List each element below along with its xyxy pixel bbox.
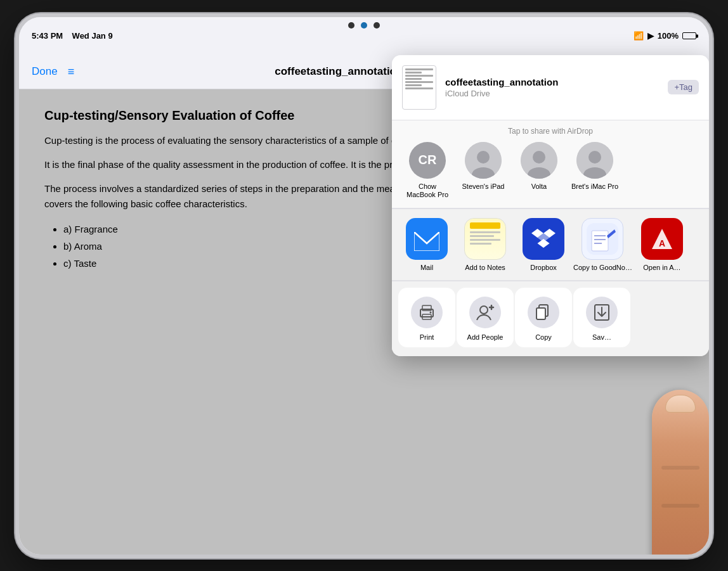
app-notes-label: Add to Notes <box>465 264 505 271</box>
battery-bar <box>682 32 696 39</box>
contact-stevens-ipad[interactable]: Steven's iPad <box>458 142 509 199</box>
action-print-label: Print <box>420 333 434 341</box>
file-details: coffeetasting_annotation iCloud Drive <box>445 77 659 98</box>
thumb-line-3 <box>405 75 433 77</box>
share-file-info: coffeetasting_annotation iCloud Drive +T… <box>392 55 709 120</box>
status-indicators: 📶 ▶ 100% <box>634 31 696 41</box>
ipad-device: 5:43 PM Wed Jan 9 📶 ▶ 100% Done ≡ coffee… <box>15 13 713 558</box>
svg-point-2 <box>477 151 490 164</box>
app-mail-label: Mail <box>420 264 433 271</box>
camera-dot-3 <box>374 22 380 29</box>
app-acrobat-label: Open in A… <box>643 264 680 271</box>
thumb-line-4 <box>405 78 422 80</box>
action-save[interactable]: Sav… <box>573 288 630 347</box>
contact-name-chow: ChowMacBook Pro <box>406 183 448 199</box>
svg-point-8 <box>588 151 601 164</box>
battery-percent: 100% <box>658 31 679 41</box>
file-name: coffeetasting_annotation <box>445 77 659 87</box>
airdrop-label: Tap to share with AirDrop <box>402 127 699 136</box>
contact-volta[interactable]: Volta <box>514 142 564 199</box>
status-date: Wed Jan 9 <box>72 31 113 41</box>
action-print[interactable]: Print <box>398 288 455 347</box>
save-icon <box>586 297 618 328</box>
contact-name-bret: Bret's iMac Pro <box>571 183 618 191</box>
contact-name-volta: Volta <box>531 183 547 191</box>
contact-chow[interactable]: CR ChowMacBook Pro <box>402 142 453 199</box>
app-dropbox[interactable]: Dropbox <box>515 218 572 271</box>
contact-avatar-bret <box>576 142 613 179</box>
app-dropbox-label: Dropbox <box>530 264 557 271</box>
action-save-label: Sav… <box>592 333 611 341</box>
thumb-line-5 <box>405 81 433 83</box>
action-row: Print Add People <box>398 288 703 347</box>
done-button[interactable]: Done <box>32 65 58 78</box>
svg-point-5 <box>533 151 545 164</box>
list-icon[interactable]: ≡ <box>68 65 75 79</box>
add-people-icon <box>469 297 501 328</box>
app-grid-section: Mail Add to Notes <box>392 209 709 280</box>
contact-bret[interactable]: Bret's iMac Pro <box>569 142 620 199</box>
camera-notch <box>348 22 380 29</box>
status-time-date: 5:43 PM Wed Jan 9 <box>32 31 113 41</box>
airdrop-section: Tap to share with AirDrop CR ChowMacBook… <box>392 120 709 208</box>
app-goodnotes[interactable]: Copy to GoodNo… <box>573 218 632 271</box>
contact-avatar-volta <box>521 142 557 179</box>
print-icon <box>411 297 443 328</box>
signal-icon: ▶ <box>647 31 654 41</box>
app-mail[interactable]: Mail <box>398 218 455 271</box>
svg-rect-19 <box>592 231 608 251</box>
wifi-icon: 📶 <box>634 31 644 41</box>
svg-point-28 <box>480 306 488 314</box>
dropbox-icon <box>523 218 564 260</box>
app-goodnotes-label: Copy to GoodNo… <box>573 264 632 271</box>
action-add-people-label: Add People <box>467 333 504 341</box>
action-row-section: Print Add People <box>392 281 709 356</box>
thumb-line-7 <box>405 87 433 89</box>
svg-text:A: A <box>659 238 665 248</box>
svg-rect-32 <box>536 308 545 319</box>
file-location: iCloud Drive <box>445 89 659 98</box>
thumb-line-2 <box>405 72 422 74</box>
share-sheet: coffeetasting_annotation iCloud Drive +T… <box>392 55 709 356</box>
app-notes[interactable]: Add to Notes <box>457 218 514 271</box>
acrobat-icon: A <box>641 218 683 260</box>
action-copy[interactable]: Copy <box>515 288 572 347</box>
goodnotes-icon <box>582 218 623 260</box>
contact-name-steven: Steven's iPad <box>462 183 505 191</box>
nav-left-controls: Done ≡ <box>32 65 74 79</box>
copy-icon <box>528 297 559 328</box>
file-thumbnail <box>402 65 436 110</box>
contact-avatar-steven <box>465 142 502 179</box>
status-time: 5:43 PM <box>32 31 63 41</box>
tag-button[interactable]: +Tag <box>668 80 699 94</box>
svg-point-27 <box>430 311 432 313</box>
app-row: Mail Add to Notes <box>392 218 709 271</box>
app-acrobat[interactable]: A Open in A… <box>634 218 691 271</box>
mail-icon <box>406 218 448 260</box>
camera-dot-2 <box>361 22 367 29</box>
airdrop-contacts: CR ChowMacBook Pro Steven's iPad <box>402 142 699 208</box>
thumb-line-6 <box>405 84 422 86</box>
contact-avatar-chow: CR <box>409 142 446 179</box>
status-bar: 5:43 PM Wed Jan 9 📶 ▶ 100% <box>19 17 709 55</box>
action-add-people[interactable]: Add People <box>457 288 514 347</box>
thumb-line-1 <box>405 68 433 70</box>
action-copy-label: Copy <box>535 333 552 341</box>
notes-icon <box>464 218 506 260</box>
camera-dot-1 <box>348 22 354 29</box>
